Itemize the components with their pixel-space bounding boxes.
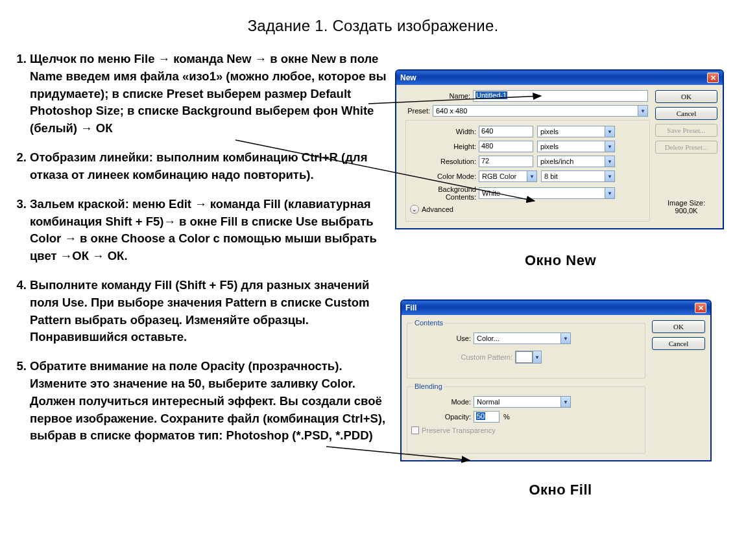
fill-dialog-titlebar[interactable]: Fill ✕: [402, 301, 710, 315]
colordepth-select[interactable]: 8 bit▼: [541, 170, 615, 182]
chevron-down-icon: ▼: [527, 171, 536, 181]
chevron-down-icon: ▼: [605, 126, 614, 137]
new-dialog-caption: Окно New: [396, 252, 725, 269]
step-item: Щелчок по меню File → команда New → в ок…: [30, 51, 388, 137]
resolution-input[interactable]: 72: [479, 156, 533, 167]
cancel-button[interactable]: Cancel: [655, 107, 717, 120]
chevron-down-icon: ▼: [560, 397, 570, 407]
chevron-down-icon: ▼: [533, 351, 541, 363]
step-item: Обратите внимание на поле Opacity (прозр…: [30, 358, 388, 445]
expand-icon[interactable]: ⌄: [410, 205, 419, 214]
resolution-label: Resolution:: [410, 158, 479, 165]
use-label: Use:: [411, 334, 474, 342]
preserve-transparency-checkbox: [411, 426, 419, 434]
step-item: Зальем краской: меню Edit → команда Fill…: [30, 196, 388, 265]
chevron-down-icon: ▼: [605, 141, 614, 152]
preset-select[interactable]: 640 x 480▼: [433, 105, 648, 117]
opacity-suffix: %: [499, 413, 510, 421]
image-size-value: 900,0K: [655, 207, 717, 215]
bgcontents-select[interactable]: White▼: [479, 187, 615, 199]
chevron-down-icon: ▼: [638, 106, 647, 116]
height-unit-select[interactable]: pixels▼: [537, 141, 615, 152]
step-text: Отобразим линейки: выполним комбинацию C…: [30, 150, 367, 181]
width-unit-select[interactable]: pixels▼: [537, 126, 615, 137]
chevron-down-icon: ▼: [605, 156, 614, 167]
image-size-label: Image Size:: [655, 199, 717, 207]
ok-button[interactable]: OK: [652, 320, 705, 333]
dialogs-column: New ✕ Name: Untitled-1 Preset: 640 x 480…: [396, 70, 725, 498]
chevron-down-icon: ▼: [560, 333, 570, 344]
ok-button[interactable]: OK: [655, 90, 717, 103]
custom-pattern-swatch: ▼: [515, 351, 542, 364]
preserve-transparency-label: Preserve Transparency: [422, 426, 496, 434]
close-icon[interactable]: ✕: [695, 303, 706, 313]
chevron-down-icon: ▼: [605, 171, 614, 181]
instructions-column: Щелчок по меню File → команда New → в ок…: [5, 51, 388, 456]
delete-preset-button: Delete Preset...: [655, 141, 717, 154]
fill-dialog: Fill ✕ Contents Use: Color...▼ C: [401, 300, 711, 461]
fill-dialog-caption: Окно Fill: [396, 482, 725, 498]
step-text: Выполните команду Fill (Shift + F5) для …: [30, 278, 369, 344]
step-item: Отобразим линейки: выполним комбинацию C…: [30, 149, 388, 184]
contents-group-label: Contents: [413, 319, 445, 327]
opacity-label: Opacity:: [411, 413, 474, 421]
new-dialog-title: New: [400, 73, 416, 82]
steps-list: Щелчок по меню File → команда New → в ок…: [5, 51, 388, 445]
mode-select[interactable]: Normal▼: [474, 396, 571, 408]
step-text: Щелчок по меню File → команда New → в ок…: [30, 52, 387, 135]
colormode-label: Color Mode:: [410, 172, 479, 180]
resolution-unit-select[interactable]: pixels/inch▼: [537, 156, 615, 167]
bgcontents-label: Background Contents:: [410, 185, 479, 201]
new-dialog: New ✕ Name: Untitled-1 Preset: 640 x 480…: [396, 70, 723, 229]
new-dialog-titlebar[interactable]: New ✕: [396, 71, 723, 85]
custom-pattern-label: Custom Pattern:: [411, 353, 515, 361]
preset-label: Preset:: [402, 107, 433, 115]
cancel-button[interactable]: Cancel: [652, 337, 705, 350]
fill-dialog-title: Fill: [405, 303, 416, 312]
step-text: Обратите внимание на поле Opacity (прозр…: [30, 359, 385, 442]
width-input[interactable]: 640: [479, 126, 533, 137]
step-text: Зальем краской: меню Edit → команда Fill…: [30, 197, 377, 262]
close-icon[interactable]: ✕: [707, 73, 719, 83]
chevron-down-icon: ▼: [605, 188, 614, 198]
step-item: Выполните команду Fill (Shift + F5) для …: [30, 277, 388, 346]
width-label: Width:: [410, 128, 479, 135]
opacity-input[interactable]: 50: [474, 411, 499, 423]
advanced-label: Advanced: [422, 205, 453, 213]
mode-label: Mode:: [411, 398, 474, 406]
blending-group-label: Blending: [413, 382, 444, 390]
save-preset-button[interactable]: Save Preset...: [655, 124, 717, 137]
height-input[interactable]: 480: [479, 141, 533, 152]
height-label: Height:: [410, 143, 479, 150]
name-input[interactable]: Untitled-1: [473, 90, 648, 102]
colormode-select[interactable]: RGB Color▼: [479, 170, 537, 182]
page-title: Задание 1. Создать изображение.: [0, 17, 746, 35]
name-label: Name:: [402, 92, 473, 100]
use-select[interactable]: Color...▼: [474, 332, 571, 344]
